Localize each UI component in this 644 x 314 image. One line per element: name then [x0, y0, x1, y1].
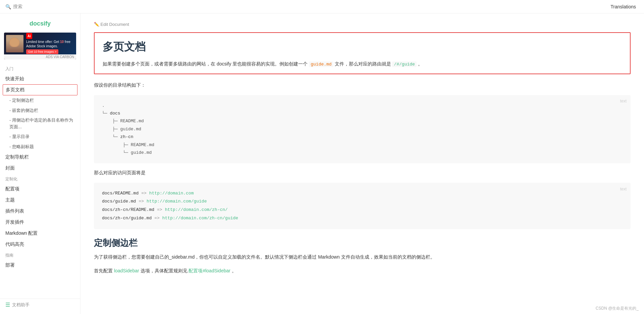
tree-text-label: text	[620, 98, 627, 105]
ad-logo: Ai	[26, 33, 74, 39]
ad-face	[6, 35, 23, 52]
intro-code2: /#/guide	[392, 61, 416, 67]
search-area[interactable]: 🔍 搜索	[5, 4, 22, 10]
sidebar-item-deploy[interactable]: 部署	[0, 260, 80, 271]
sidebar-bottom-label: 文档助手	[12, 302, 30, 308]
ads-via: ADS VIA CARBON	[4, 54, 76, 59]
sidebar-item-markdown-config[interactable]: Markdown 配置	[0, 228, 80, 239]
ad-image-inner: Ai Limited time offer: Get 10 free Adobe…	[4, 33, 76, 54]
section-label-intro: 入门	[0, 63, 80, 73]
sidebar-item-skip-subtitle[interactable]: - 您略副标题	[0, 142, 80, 152]
sidebar-item-cover[interactable]: 封面	[0, 163, 80, 174]
sidebar-item-theme[interactable]: 主题	[0, 194, 80, 206]
section-label-guide: 指南	[0, 250, 80, 260]
sidebar-title: docsify	[0, 17, 80, 33]
tree-line-2: ├─ README.md	[102, 117, 623, 125]
hamburger-icon: ☰	[5, 302, 10, 308]
section2-heading: 定制侧边栏	[94, 237, 631, 249]
main-layout: docsify Ai Limited time offer: Get 10 fr…	[0, 13, 644, 314]
tree-line-6: └─ guide.md	[102, 149, 623, 156]
sidebar-item-code-highlight[interactable]: 代码高亮	[0, 239, 80, 250]
mapping-text-label: text	[620, 185, 627, 193]
tree-code-block: text . └─ docs ├─ README.md ├─ guide.md …	[94, 95, 631, 164]
content-area: ✏️ Edit Document 多页文档 如果需要创建多个页面，或者需要多级路…	[80, 13, 644, 314]
section2-text2-end: 。	[232, 268, 236, 273]
section-label-customize: 定制化	[0, 174, 80, 183]
intro-code1: guide.md	[309, 61, 333, 67]
ad-text-block: Ai Limited time offer: Get 10 free Adobe…	[26, 33, 74, 54]
tree-line-4: └─ zh-cn	[102, 133, 623, 141]
config-load-sidebar-link[interactable]: 配置项#loadSidebar	[189, 268, 230, 273]
ad-body-text: Limited time offer: Get 10 free Adobe St…	[26, 40, 74, 48]
page-heading: 多页文档	[103, 40, 622, 54]
sidebar-item-custom-sidebar[interactable]: - 定制侧边栏	[0, 95, 80, 105]
sidebar-bottom: ☰ 文档助手	[0, 299, 80, 311]
ad-image: Ai Limited time offer: Get 10 free Adobe…	[4, 33, 76, 54]
intro-text-mid: 文件，那么对应的路由就是	[335, 61, 391, 66]
sidebar-item-config[interactable]: 配置项	[0, 183, 80, 194]
sidebar-item-multipage[interactable]: 多页文档	[3, 84, 77, 95]
tree-line-5: ├─ README.md	[102, 141, 623, 149]
intro-text-before: 如果需要创建多个页面，或者需要多级路由的网站，在 docsify 里也能很容易的…	[103, 61, 308, 66]
mapping-row-1: docs/guide.md=>http://domain.com/guide	[102, 197, 623, 206]
mapping-row-3: docs/zh-cn/guide.md=>http://domain.com/z…	[102, 214, 623, 223]
tree-line-3: ├─ guide.md	[102, 125, 623, 133]
main-section-box: 多页文档 如果需要创建多个页面，或者需要多级路由的网站，在 docsify 里也…	[94, 32, 631, 74]
sidebar-item-sidebar-as-page[interactable]: - 用侧边栏中选定的条目名称作为页面...	[0, 115, 80, 132]
mapping-code-block: text docs/README.md=>http://domain.com d…	[94, 183, 631, 229]
search-icon: 🔍	[5, 4, 11, 9]
mapping-label: 那么对应的访问页面将是	[94, 169, 631, 177]
load-sidebar-link[interactable]: loadSidebar	[114, 268, 139, 273]
sidebar-item-custom-nav[interactable]: 定制导航栏	[0, 151, 80, 163]
edit-document-link[interactable]: ✏️ Edit Document	[94, 22, 129, 27]
section2-text2-mid: 选项，具体配置规则见	[141, 268, 187, 273]
ad-text-highlight: 10	[60, 40, 64, 44]
tree-line-1: └─ docs	[102, 109, 623, 117]
sidebar-item-dev-plugins[interactable]: 开发插件	[0, 217, 80, 228]
tree-line-0: .	[102, 102, 623, 109]
sidebar-item-plugins[interactable]: 插件列表	[0, 206, 80, 217]
watermark: CSDN @生命是有光的_	[596, 306, 639, 311]
mapping-row-0: docs/README.md=>http://domain.com	[102, 189, 623, 198]
intro-text-end: 。	[418, 61, 423, 66]
sidebar-item-show-toc[interactable]: - 显示目录	[0, 132, 80, 142]
section2-text1: 为了获得侧边栏，您需要创建自己的_sidebar.md，你也可以自定义加载的文件…	[94, 253, 631, 261]
dir-label: 假设你的目录结构如下：	[94, 81, 631, 89]
sidebar-item-quickstart[interactable]: 快速开始	[0, 73, 80, 84]
ad-text-before: Limited time offer: Get	[26, 40, 60, 44]
top-bar: 🔍 搜索 Translations	[0, 0, 644, 13]
section2-text2: 首先配置 loadSidebar 选项，具体配置规则见 配置项#loadSide…	[94, 267, 631, 275]
sidebar-item-nested-sidebar[interactable]: - 嵌套的侧边栏	[0, 105, 80, 116]
ad-cta[interactable]: Get 10 free images >	[26, 49, 58, 54]
intro-text: 如果需要创建多个页面，或者需要多级路由的网站，在 docsify 里也能很容易的…	[103, 60, 622, 68]
translations-link[interactable]: Translations	[610, 4, 636, 9]
ad-block[interactable]: Ai Limited time offer: Get 10 free Adobe…	[4, 33, 76, 59]
search-label: 搜索	[13, 4, 22, 10]
sidebar: docsify Ai Limited time offer: Get 10 fr…	[0, 13, 80, 314]
mapping-row-2: docs/zh-cn/README.md=>http://domain.com/…	[102, 206, 623, 214]
adobe-icon: Ai	[26, 33, 32, 39]
section2-text2-before: 首先配置	[94, 268, 113, 273]
